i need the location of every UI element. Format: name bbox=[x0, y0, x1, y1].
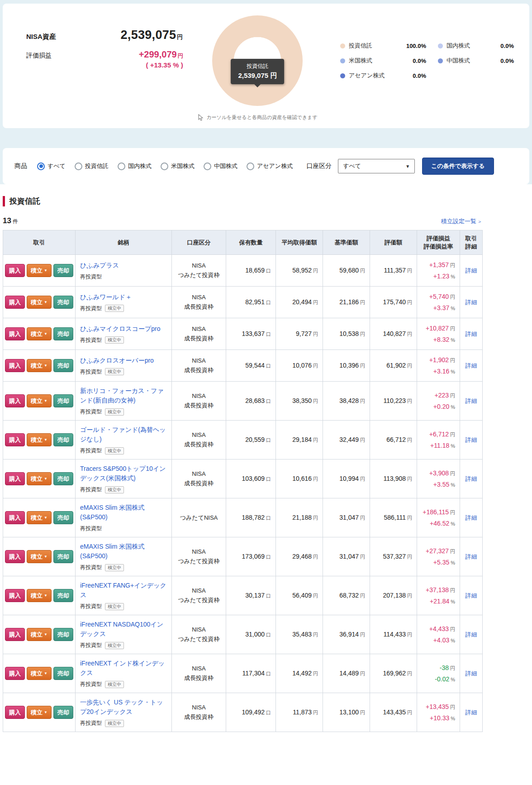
fund-name-link[interactable]: iFreeNEXT NASDAQ100インデックス bbox=[80, 621, 163, 637]
valuation-cell: 537,327円 bbox=[370, 537, 417, 576]
main-section: 投資信託 13件 積立設定一覧＞ 取引 銘柄 口座区分 保有数量 平均取得価額 … bbox=[0, 184, 532, 743]
accumulate-button[interactable]: 積立▼ bbox=[27, 706, 52, 719]
fund-name-link[interactable]: ゴールド・ファンド(為替ヘッジなし) bbox=[80, 426, 166, 443]
legend-item: アセアン株式 0.0% bbox=[340, 72, 426, 80]
trade-cell: 購入 積立▼ 売却 bbox=[3, 421, 76, 460]
pl-cell: +186,115円 +46.52% bbox=[417, 498, 460, 537]
table-row: 購入 積立▼ 売却 ひふみクロスオーバーpro 再投資型 積立中 NISA 成長… bbox=[3, 350, 483, 382]
fund-name-link[interactable]: 一歩先いく US テック・トップ20インデックス bbox=[80, 699, 163, 715]
sell-button[interactable]: 売却 bbox=[53, 511, 73, 524]
accumulate-button[interactable]: 積立▼ bbox=[27, 359, 52, 372]
detail-link[interactable]: 詳細 bbox=[466, 436, 477, 443]
fund-name-link[interactable]: ひふみマイクロスコープpro bbox=[80, 325, 161, 332]
fund-name-link[interactable]: iFreeNEXT インド株インデックス bbox=[80, 660, 165, 676]
sell-button[interactable]: 売却 bbox=[53, 628, 73, 641]
detail-link[interactable]: 詳細 bbox=[466, 592, 477, 599]
detail-cell: 詳細 bbox=[460, 615, 483, 654]
accumulate-button[interactable]: 積立▼ bbox=[27, 511, 52, 524]
fund-name-link[interactable]: ひふみプラス bbox=[80, 262, 119, 269]
fund-name-link[interactable]: 新ホリコ・フォーカス・ファンド(新自由の女神) bbox=[80, 387, 164, 404]
detail-link[interactable]: 詳細 bbox=[466, 362, 477, 369]
chevron-down-icon: ▼ bbox=[405, 164, 410, 169]
buy-button[interactable]: 購入 bbox=[5, 706, 25, 719]
valuation-cell: 114,433円 bbox=[370, 615, 417, 654]
buy-button[interactable]: 購入 bbox=[5, 433, 25, 446]
detail-link[interactable]: 詳細 bbox=[466, 670, 477, 677]
accumulation-settings-link[interactable]: 積立設定一覧＞ bbox=[441, 217, 482, 225]
sell-button[interactable]: 売却 bbox=[53, 472, 73, 485]
sell-button[interactable]: 売却 bbox=[53, 706, 73, 719]
fund-name-link[interactable]: iFreeNEXT FANG+インデックス bbox=[80, 582, 166, 598]
sell-button[interactable]: 売却 bbox=[53, 296, 73, 309]
buy-button[interactable]: 購入 bbox=[5, 628, 25, 641]
legend-bullet bbox=[438, 58, 443, 63]
detail-link[interactable]: 詳細 bbox=[466, 709, 477, 716]
buy-button[interactable]: 購入 bbox=[5, 667, 25, 680]
sell-button[interactable]: 売却 bbox=[53, 589, 73, 602]
accumulate-button[interactable]: 積立▼ bbox=[27, 550, 52, 563]
radio-product-all[interactable]: すべて bbox=[37, 162, 66, 170]
sell-button[interactable]: 売却 bbox=[53, 394, 73, 407]
detail-link[interactable]: 詳細 bbox=[466, 397, 477, 404]
buy-button[interactable]: 購入 bbox=[5, 327, 25, 340]
accumulate-button[interactable]: 積立▼ bbox=[27, 327, 52, 340]
fund-name-link[interactable]: eMAXIS Slim 米国株式(S&P500) bbox=[80, 504, 144, 521]
detail-link[interactable]: 詳細 bbox=[466, 514, 477, 521]
sell-button[interactable]: 売却 bbox=[53, 433, 73, 446]
sell-button[interactable]: 売却 bbox=[53, 264, 73, 277]
radio-product-funds[interactable]: 投資信託 bbox=[75, 162, 109, 170]
fund-name-link[interactable]: Tracers S&P500トップ10インデックス(米国株式) bbox=[80, 465, 166, 482]
table-row: 購入 積立▼ 売却 iFreeNEXT NASDAQ100インデックス 再投資型… bbox=[3, 615, 483, 654]
buy-button[interactable]: 購入 bbox=[5, 296, 25, 309]
buy-button[interactable]: 購入 bbox=[5, 589, 25, 602]
accumulate-button[interactable]: 積立▼ bbox=[27, 264, 52, 277]
accumulate-button[interactable]: 積立▼ bbox=[27, 667, 52, 680]
detail-link[interactable]: 詳細 bbox=[466, 553, 477, 560]
sell-button[interactable]: 売却 bbox=[53, 667, 73, 680]
base-price-cell: 68,732円 bbox=[323, 576, 370, 615]
header-detail: 取引 詳細 bbox=[460, 230, 483, 255]
buy-button[interactable]: 購入 bbox=[5, 550, 25, 563]
table-row: 購入 積立▼ 売却 ひふみワールド＋ 再投資型 積立中 NISA 成長投資枠 8… bbox=[3, 287, 483, 318]
buy-button[interactable]: 購入 bbox=[5, 264, 25, 277]
detail-link[interactable]: 詳細 bbox=[466, 475, 477, 482]
radio-product-us-stocks[interactable]: 米国株式 bbox=[161, 162, 195, 170]
detail-link[interactable]: 詳細 bbox=[466, 299, 477, 306]
accumulating-badge: 積立中 bbox=[105, 642, 124, 649]
radio-product-domestic-stocks[interactable]: 国内株式 bbox=[118, 162, 152, 170]
sell-button[interactable]: 売却 bbox=[53, 327, 73, 340]
accumulate-button[interactable]: 積立▼ bbox=[27, 589, 52, 602]
buy-button[interactable]: 購入 bbox=[5, 394, 25, 407]
account-cell: NISA つみたて投資枠 bbox=[172, 576, 226, 615]
buy-button[interactable]: 購入 bbox=[5, 511, 25, 524]
radio-product-china-stocks[interactable]: 中国株式 bbox=[204, 162, 238, 170]
detail-link[interactable]: 詳細 bbox=[466, 267, 477, 274]
pl-cell: +3,908円 +3.55% bbox=[417, 460, 460, 498]
trade-cell: 購入 積立▼ 売却 bbox=[3, 576, 76, 615]
detail-link[interactable]: 詳細 bbox=[466, 330, 477, 337]
detail-cell: 詳細 bbox=[460, 654, 483, 693]
sell-button[interactable]: 売却 bbox=[53, 359, 73, 372]
detail-link[interactable]: 詳細 bbox=[466, 631, 477, 638]
account-select[interactable]: すべて ▼ bbox=[338, 159, 415, 173]
fund-name-link[interactable]: ひふみクロスオーバーpro bbox=[80, 357, 154, 364]
allocation-donut-chart[interactable]: 投資信託 2,539,075 円 bbox=[212, 15, 303, 106]
fund-name-link[interactable]: eMAXIS Slim 米国株式(S&P500) bbox=[80, 543, 144, 560]
accumulate-button[interactable]: 積立▼ bbox=[27, 296, 52, 309]
accumulate-button[interactable]: 積立▼ bbox=[27, 628, 52, 641]
buy-button[interactable]: 購入 bbox=[5, 359, 25, 372]
buy-button[interactable]: 購入 bbox=[5, 472, 25, 485]
radio-product-asean-stocks[interactable]: アセアン株式 bbox=[247, 162, 293, 170]
chevron-down-icon: ▼ bbox=[44, 516, 48, 520]
accumulate-button[interactable]: 積立▼ bbox=[27, 394, 52, 407]
sell-button[interactable]: 売却 bbox=[53, 550, 73, 563]
avg-price-cell: 10,616円 bbox=[276, 460, 323, 498]
base-price-cell: 14,489円 bbox=[323, 654, 370, 693]
apply-filter-button[interactable]: この条件で表示する bbox=[422, 158, 494, 175]
fund-name-link[interactable]: ひふみワールド＋ bbox=[80, 293, 132, 301]
quantity-cell: 28,683口 bbox=[226, 382, 276, 421]
valuation-cell: 169,962円 bbox=[370, 654, 417, 693]
accumulate-button[interactable]: 積立▼ bbox=[27, 472, 52, 485]
accumulate-button[interactable]: 積立▼ bbox=[27, 433, 52, 446]
valuation-cell: 140,827円 bbox=[370, 318, 417, 350]
